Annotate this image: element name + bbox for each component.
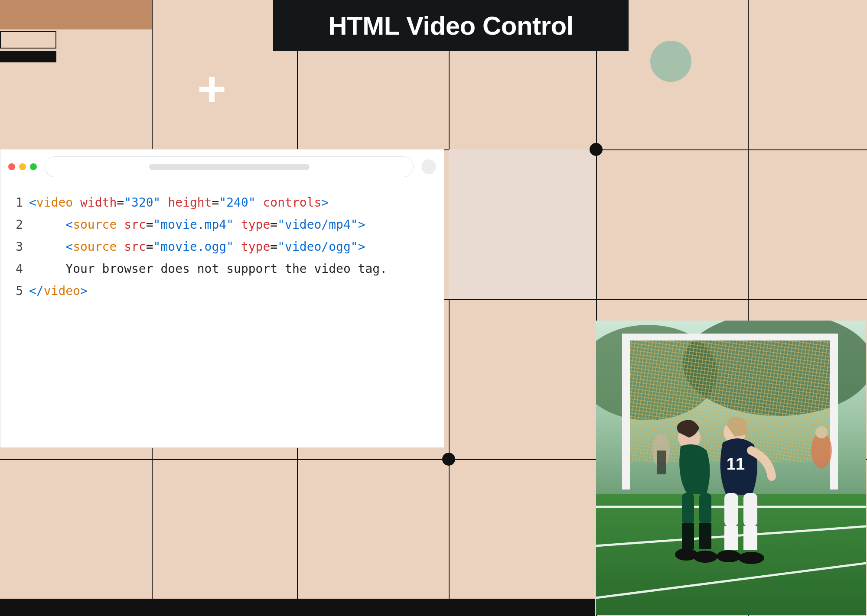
code-token-tag: video xyxy=(36,195,73,210)
browser-chrome xyxy=(0,149,444,184)
svg-rect-3 xyxy=(622,334,630,490)
window-maximize-icon[interactable] xyxy=(30,163,37,170)
code-token-txt xyxy=(234,240,241,254)
grid-dot xyxy=(590,143,603,156)
line-number: 3 xyxy=(9,236,23,258)
svg-rect-4 xyxy=(830,334,838,490)
svg-point-25 xyxy=(738,552,764,564)
line-number: 4 xyxy=(9,258,23,280)
outlined-block xyxy=(0,31,56,49)
svg-rect-14 xyxy=(699,493,711,524)
code-token-attr: width xyxy=(80,195,117,210)
code-token-attr: src xyxy=(124,240,146,254)
grid-dot xyxy=(442,453,455,466)
svg-rect-21 xyxy=(743,493,757,527)
code-token-txt xyxy=(117,217,124,232)
green-circle-icon xyxy=(650,41,691,82)
code-token-tag: video xyxy=(44,284,80,298)
code-token-str: "movie.ogg" xyxy=(153,240,234,254)
svg-point-24 xyxy=(717,550,741,562)
code-token-str: "240" xyxy=(219,195,255,210)
code-token-attr: type xyxy=(241,240,270,254)
code-token-eq: = xyxy=(146,240,153,254)
code-token-bracket: > xyxy=(358,240,365,254)
code-token-bracket: < xyxy=(65,240,73,254)
window-close-icon[interactable] xyxy=(8,163,15,170)
code-line: 2 <source src="movie.mp4" type="video/mp… xyxy=(9,214,435,236)
window-minimize-icon[interactable] xyxy=(19,163,26,170)
code-token-tag: source xyxy=(73,240,117,254)
code-token-bracket: > xyxy=(358,217,365,232)
code-token-bracket: < xyxy=(65,217,73,232)
browser-extra-button[interactable] xyxy=(421,159,436,174)
svg-rect-23 xyxy=(743,526,757,550)
code-line: 4 Your browser does not support the vide… xyxy=(9,258,435,280)
code-token-eq: = xyxy=(270,240,277,254)
svg-rect-5 xyxy=(622,334,838,340)
svg-rect-15 xyxy=(682,523,694,549)
code-token-str: "320" xyxy=(124,195,160,210)
brown-block xyxy=(0,0,152,29)
code-token-attr: height xyxy=(168,195,212,210)
code-token-txt xyxy=(160,195,168,210)
code-token-str: "movie.mp4" xyxy=(153,217,234,232)
cream-square xyxy=(449,149,596,299)
canvas: + HTML Video Control 1<video width="320"… xyxy=(0,0,867,616)
code-token-eq: = xyxy=(117,195,124,210)
code-line: 5</video> xyxy=(9,280,435,302)
code-token-txt xyxy=(256,195,263,210)
code-token-eq: = xyxy=(212,195,219,210)
code-token-eq: = xyxy=(270,217,277,232)
address-bar[interactable] xyxy=(45,156,414,177)
code-token-tag: source xyxy=(73,217,117,232)
code-token-bracket: </ xyxy=(29,284,44,298)
code-editor-window: 1<video width="320" height="240" control… xyxy=(0,149,444,448)
line-number: 1 xyxy=(9,192,23,214)
jersey-number: 11 xyxy=(727,455,745,473)
grid-vline xyxy=(449,0,450,616)
traffic-lights xyxy=(8,163,37,170)
code-token-attr: type xyxy=(241,217,270,232)
code-token-eq: = xyxy=(146,217,153,232)
svg-rect-20 xyxy=(724,493,738,527)
code-line: 3 <source src="movie.ogg" type="video/og… xyxy=(9,236,435,258)
svg-point-18 xyxy=(693,551,717,563)
svg-rect-16 xyxy=(699,523,711,549)
svg-point-10 xyxy=(815,426,828,438)
address-placeholder xyxy=(149,164,310,170)
sample-video-thumbnail: 11 xyxy=(596,321,866,615)
code-token-bracket: > xyxy=(80,284,88,298)
svg-rect-8 xyxy=(657,451,666,474)
line-number: 5 xyxy=(9,280,23,302)
code-token-bracket: < xyxy=(29,195,36,210)
black-small-bar xyxy=(0,51,56,62)
code-token-bracket: > xyxy=(321,195,329,210)
svg-rect-13 xyxy=(682,493,694,524)
bottom-black-bar xyxy=(0,599,595,616)
code-token-txt xyxy=(234,217,241,232)
code-token-attr: controls xyxy=(263,195,322,210)
code-token-txt xyxy=(117,240,124,254)
title-bar: HTML Video Control xyxy=(273,0,629,51)
plus-icon: + xyxy=(197,64,226,114)
code-token-str: "video/ogg" xyxy=(277,240,358,254)
code-token-txt: Your browser does not support the video … xyxy=(65,262,387,276)
code-token-str: "video/mp4" xyxy=(277,217,358,232)
svg-rect-22 xyxy=(724,526,738,550)
page-title: HTML Video Control xyxy=(328,11,573,41)
code-area: 1<video width="320" height="240" control… xyxy=(0,184,444,311)
code-token-txt xyxy=(73,195,80,210)
line-number: 2 xyxy=(9,214,23,236)
code-token-attr: src xyxy=(124,217,146,232)
code-line: 1<video width="320" height="240" control… xyxy=(9,192,435,214)
